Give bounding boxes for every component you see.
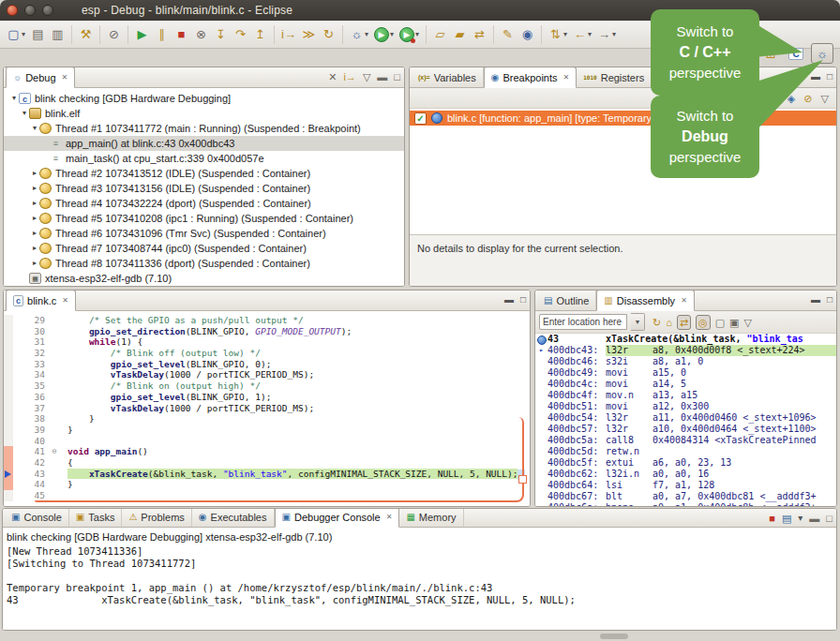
disconnect-button[interactable]: ⊗: [192, 24, 210, 45]
debug-tree-item[interactable]: ▸Thread #8 1073411336 (dport) (Suspended…: [4, 256, 404, 271]
breakpoint-row[interactable]: ✓ blink.c [function: app_main] [type: Te…: [410, 111, 836, 126]
new-disassembly-view-button[interactable]: ▢: [715, 316, 725, 329]
minimize-button[interactable]: ▬: [809, 512, 819, 525]
tab-tasks[interactable]: ▣Tasks: [69, 508, 123, 527]
disassembly-row[interactable]: 400dbc5f:extuia6, a0, 23, 13: [535, 457, 836, 469]
tab-problems[interactable]: ⚠Problems: [122, 508, 191, 527]
forward-dropdown-icon[interactable]: ▾: [612, 30, 616, 38]
cpp-perspective-button[interactable]: C: [786, 44, 806, 63]
tab-breakpoints[interactable]: ◉Breakpoints✕: [484, 67, 578, 88]
disassembly-row[interactable]: 400dbc51:movia12, 0x300: [535, 401, 836, 412]
format-button[interactable]: ✎: [499, 24, 517, 45]
skip-all-breakpoints-button[interactable]: ⊘: [803, 92, 812, 105]
pin-button[interactable]: ▣: [729, 316, 739, 329]
launch-config-button[interactable]: ⇄: [471, 24, 488, 45]
refresh-button[interactable]: ↻: [652, 316, 661, 329]
debug-perspective-button[interactable]: ☼: [811, 43, 833, 64]
disassembly-source-row[interactable]: 43xTaskCreate(&blink_task, "blink_tas: [535, 334, 836, 345]
view-menu-icon[interactable]: ▽: [363, 70, 370, 83]
tab-console[interactable]: ▣Console: [5, 508, 69, 527]
debug-tree-item[interactable]: ▾Thread #1 1073411772 (main : Running) (…: [4, 121, 404, 136]
track-expression-button[interactable]: ◎: [696, 315, 711, 330]
forward-button[interactable]: →▾: [595, 24, 618, 45]
view-menu-icon[interactable]: ▽: [744, 316, 752, 329]
close-icon[interactable]: ✕: [563, 73, 570, 82]
debug-tree-item[interactable]: ≡main_task() at cpu_start.c:339 0x400d05…: [4, 151, 404, 166]
window-close-button[interactable]: [7, 5, 18, 16]
terminate-button[interactable]: ■: [769, 512, 775, 525]
tab-registers[interactable]: 1010Registers: [577, 67, 652, 87]
resume-button[interactable]: ▶: [133, 24, 151, 45]
minimize-button[interactable]: ▬: [377, 70, 387, 83]
disassembly-row[interactable]: 400dbc5d:retw.n: [535, 446, 836, 457]
back-dropdown-icon[interactable]: ▾: [588, 30, 592, 38]
disassembly-row[interactable]: 400dbc67:blta0, a7, 0x400dbc81 <__adddf3…: [535, 491, 836, 502]
home-button[interactable]: ⌂: [666, 316, 672, 329]
annotation-nav-button[interactable]: ⇅▾: [547, 24, 569, 45]
run-launch-button[interactable]: ▶▾: [372, 24, 396, 45]
back-button[interactable]: ←▾: [571, 24, 593, 45]
disassembly-row[interactable]: 400dbc46:s32ia8, a1, 0: [535, 356, 836, 367]
tab-outline[interactable]: ▤Outline: [537, 291, 596, 310]
close-icon[interactable]: ✕: [386, 513, 393, 521]
window-minimize-button[interactable]: [24, 5, 36, 16]
disassembly-listing[interactable]: 43xTaskCreate(&blink_task, "blink_tas▸40…: [535, 334, 836, 506]
instruction-stepping-button[interactable]: i→: [279, 24, 298, 45]
step-return-button[interactable]: ↥: [251, 24, 269, 45]
new-wizard-button[interactable]: ▢▾: [5, 24, 27, 45]
debug-tree-item[interactable]: ▦xtensa-esp32-elf-gdb (7.10): [4, 271, 404, 286]
debug-tree-item[interactable]: ≡app_main() at blink.c:43 0x400dbc43: [4, 136, 404, 151]
profile-button[interactable]: ↻: [320, 24, 338, 45]
terminate-button[interactable]: ■: [172, 24, 190, 45]
close-icon[interactable]: ✕: [681, 296, 687, 305]
tab-blink-c[interactable]: c blink.c ✕: [6, 290, 76, 311]
open-folder-button[interactable]: ▰: [451, 24, 469, 45]
location-input[interactable]: [539, 314, 627, 330]
maximize-button[interactable]: □: [826, 512, 832, 525]
breakpoint-checkbox[interactable]: ✓: [414, 112, 427, 125]
run-launch-dropdown-icon[interactable]: ▾: [390, 30, 394, 38]
annotation-nav-dropdown-icon[interactable]: ▾: [563, 30, 567, 38]
new-wizard-dropdown-icon[interactable]: ▾: [22, 30, 25, 38]
disassembly-row[interactable]: ▸400dbc43:l32ra8, 0x400d00f8 <_stext+224…: [535, 345, 836, 356]
view-menu-icon[interactable]: ▽: [821, 92, 829, 105]
display-selected-console-button[interactable]: ▤: [782, 512, 791, 525]
tab-variables[interactable]: (x)=Variables: [412, 67, 484, 87]
disassembly-row[interactable]: 400dbc49:movia15, 0: [535, 367, 836, 379]
disassembly-row[interactable]: 400dbc64:lsif7, a1, 128: [535, 480, 836, 491]
minimize-icon[interactable]: ▬: [811, 70, 820, 83]
remove-all-terminated-button[interactable]: ✕: [328, 70, 337, 83]
debug-launch-dropdown-icon[interactable]: ▾: [365, 30, 368, 38]
tab-disassembly[interactable]: ▥Disassembly✕: [596, 290, 695, 311]
maximize-icon[interactable]: □: [827, 293, 832, 306]
tab-executables[interactable]: ◉Executables: [192, 508, 275, 527]
horizontal-scrollbar-thumb[interactable]: [600, 634, 628, 639]
step-into-button[interactable]: ↧: [212, 24, 230, 45]
save-all-button[interactable]: ▥: [49, 24, 67, 45]
debug-tree-item[interactable]: ▸Thread #7 1073408744 (ipc0) (Suspended …: [4, 241, 404, 256]
code-editor[interactable]: 29 /* Set the GPIO as a push/pull output…: [4, 311, 530, 506]
external-tools-button[interactable]: ▶▾: [398, 24, 421, 45]
build-button[interactable]: ⚒: [77, 24, 95, 45]
skip-all-breakpoints-button[interactable]: ⊘: [105, 24, 123, 45]
minimize-icon[interactable]: ▬: [504, 293, 514, 306]
window-maximize-button[interactable]: [42, 5, 53, 16]
debug-tree-item[interactable]: ▸Thread #6 1073431096 (Tmr Svc) (Suspend…: [4, 226, 404, 241]
step-over-button[interactable]: ↷: [232, 24, 249, 45]
minimize-icon[interactable]: ▬: [811, 293, 820, 306]
search-button[interactable]: ◉: [518, 24, 536, 45]
debug-tree-item[interactable]: ▸Thread #3 1073413156 (IDLE) (Suspended …: [4, 181, 404, 196]
close-icon[interactable]: ✕: [62, 73, 68, 82]
debug-tree-item[interactable]: ▸Thread #5 1073410208 (ipc1 : Running) (…: [4, 211, 404, 226]
show-breakpoints-supported-button[interactable]: ◈: [788, 92, 795, 105]
debug-thread-tree[interactable]: ▾cblink checking [GDB Hardware Debugging…: [4, 88, 404, 286]
location-dropdown-icon[interactable]: ▼: [631, 313, 645, 331]
sync-active-context-button[interactable]: ⇄: [677, 315, 691, 330]
disassembly-row[interactable]: 400dbc62:l32i.na0, a0, 16: [535, 469, 836, 480]
debug-tree-item[interactable]: ▸Thread #2 1073413512 (IDLE) (Suspended …: [4, 166, 404, 181]
disassembly-row[interactable]: 400dbc4c:movia14, 5: [535, 379, 836, 390]
debug-tree-item[interactable]: ▾cblink checking [GDB Hardware Debugging…: [4, 91, 404, 106]
tab-debug[interactable]: ☼ Debug ✕: [6, 67, 75, 88]
disassembly-row[interactable]: 400dbc4f:mov.na13, a15: [535, 390, 836, 401]
disassembly-row[interactable]: 400dbc6a:bnonea0, a1, 0x400dbc8b <__addd…: [535, 502, 836, 507]
